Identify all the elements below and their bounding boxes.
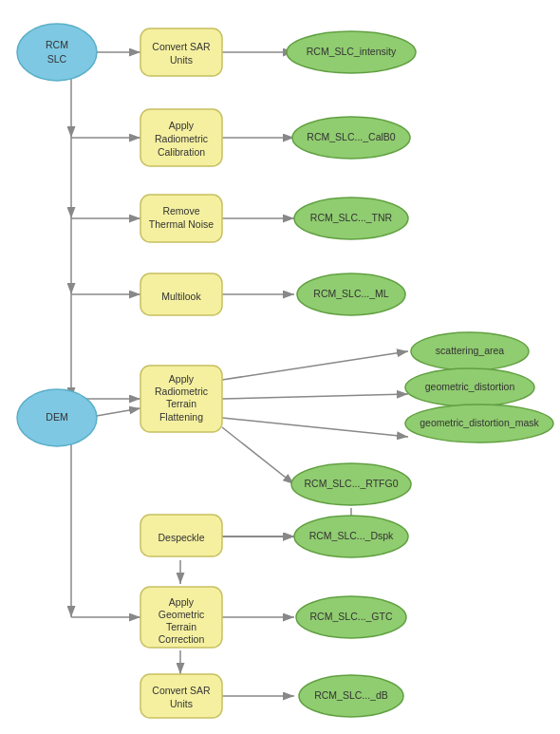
label-out-scattering: scattering_area <box>436 345 505 356</box>
label-convert-sar-2: Convert SAR <box>152 685 211 696</box>
label-dem: DEM <box>46 411 67 423</box>
label-out-calb0: RCM_SLC..._CalB0 <box>307 131 396 142</box>
label-remove-thermal2: Thermal Noise <box>149 218 214 230</box>
label-rtf: Apply <box>169 373 195 385</box>
label-out-ml: RCM_SLC..._ML <box>313 288 389 299</box>
label-multilook: Multilook <box>161 291 201 302</box>
label-despeckle: Despeckle <box>158 532 204 543</box>
label-gtc2: Geometric <box>159 609 204 620</box>
label-rcm-slc: RCM <box>46 39 68 50</box>
label-out-intensity: RCM_SLC_intensity <box>307 46 397 57</box>
label-rtf4: Flattening <box>159 411 203 423</box>
label-out-db: RCM_SLC..._dB <box>314 689 388 701</box>
label-out-tnr: RCM_SLC..._TNR <box>310 212 393 223</box>
node-convert-sar-1[interactable] <box>140 28 222 76</box>
node-convert-sar-2[interactable] <box>140 674 222 718</box>
label-out-geodist: geometric_distortion <box>425 381 515 392</box>
label-remove-thermal: Remove <box>162 205 199 216</box>
label-gtc3: Terrain <box>166 621 196 632</box>
arrow-rtf-scattering <box>222 351 408 380</box>
label-convert-sar-1b: Units <box>170 54 193 66</box>
label-convert-sar-1: Convert SAR <box>152 41 211 52</box>
arrow-rtf-rtfg0 <box>222 427 294 484</box>
workflow-diagram: RCM SLC DEM Convert SAR Units Apply Radi… <box>0 0 560 734</box>
label-out-dspk: RCM_SLC..._Dspk <box>309 530 394 541</box>
label-rcm-slc2: SLC <box>47 53 67 65</box>
label-rtf3: Terrain <box>166 398 196 409</box>
label-out-rtfg0: RCM_SLC..._RTFG0 <box>305 478 399 489</box>
label-radio-cal3: Calibration <box>158 146 205 158</box>
arrow-rtf-geomask <box>222 418 408 437</box>
label-radio-cal: Apply <box>169 120 195 131</box>
label-rtf2: Radiometric <box>155 386 208 397</box>
label-gtc4: Correction <box>159 633 205 645</box>
arrow-rtf-geodist <box>222 394 408 399</box>
label-gtc: Apply <box>169 596 195 608</box>
label-radio-cal2: Radiometric <box>155 133 208 144</box>
label-convert-sar-2b: Units <box>170 698 193 709</box>
label-out-geomask: geometric_distortion_mask <box>420 417 539 428</box>
label-out-gtc: RCM_SLC..._GTC <box>310 611 393 622</box>
